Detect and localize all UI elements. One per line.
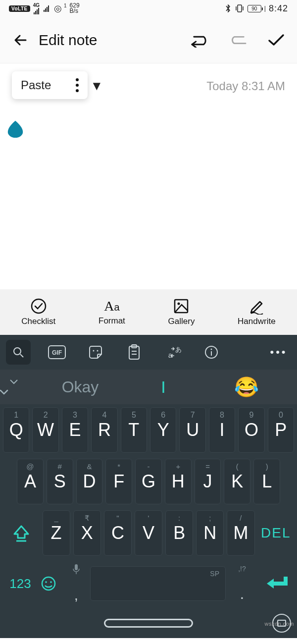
key-k[interactable]: (K bbox=[224, 459, 250, 504]
key-c[interactable]: "C bbox=[104, 510, 132, 556]
app-bar: Edit note bbox=[0, 17, 297, 63]
kbd-more-button[interactable]: ••• bbox=[266, 340, 291, 365]
nav-bar bbox=[0, 608, 297, 638]
key-row-1: 1Q2W3E4R5T6Y7U8I9O0P bbox=[0, 404, 297, 456]
back-button[interactable] bbox=[12, 31, 30, 49]
undo-button[interactable] bbox=[190, 31, 208, 49]
delete-key[interactable]: DEL bbox=[257, 510, 294, 556]
mic-icon bbox=[72, 564, 81, 575]
svg-point-23 bbox=[45, 581, 47, 583]
key-g[interactable]: -G bbox=[135, 459, 162, 504]
checklist-button[interactable]: Checklist bbox=[21, 298, 55, 326]
enter-key[interactable] bbox=[258, 575, 294, 592]
suggestion-3[interactable]: 😂 bbox=[205, 376, 288, 399]
suggestion-1[interactable]: Okay bbox=[39, 378, 122, 396]
key-m[interactable]: /M bbox=[227, 510, 254, 556]
keyboard: GIF aあ ••• Okay I 😂 1Q2W3E4R5T6Y7U8I9O0P… bbox=[0, 335, 297, 638]
key-p[interactable]: 0P bbox=[268, 407, 294, 453]
suggestion-close-button[interactable] bbox=[9, 377, 19, 397]
status-bar: VoLTE 4G ◎ 1 629 B/s 90 | 8:42 bbox=[0, 0, 297, 17]
kbd-clipboard-button[interactable] bbox=[122, 340, 147, 365]
key-f[interactable]: *F bbox=[105, 459, 132, 504]
clock: 8:42 bbox=[269, 3, 288, 14]
suggestion-2[interactable]: I bbox=[122, 377, 205, 397]
dropdown-icon[interactable]: ▼ bbox=[91, 78, 103, 94]
key-a[interactable]: @A bbox=[17, 459, 44, 504]
svg-point-24 bbox=[50, 581, 52, 583]
suggestion-bar: Okay I 😂 bbox=[0, 370, 297, 404]
svg-point-3 bbox=[32, 299, 46, 313]
key-x[interactable]: ₹X bbox=[73, 510, 101, 556]
kbd-info-button[interactable] bbox=[199, 340, 224, 365]
key-h[interactable]: +H bbox=[165, 459, 192, 504]
key-row-3: _Z₹X"C'V:B;N/M DEL bbox=[0, 507, 297, 559]
key-i[interactable]: 8I bbox=[209, 407, 235, 453]
text-cursor-handle[interactable] bbox=[6, 119, 25, 138]
svg-line-7 bbox=[20, 354, 23, 357]
key-z[interactable]: _Z bbox=[43, 510, 70, 556]
network-4g: 4G bbox=[33, 3, 40, 14]
key-n[interactable]: ;N bbox=[196, 510, 224, 556]
battery-icon: 90 bbox=[248, 5, 261, 12]
key-d[interactable]: &D bbox=[76, 459, 103, 504]
key-e[interactable]: 3E bbox=[62, 407, 88, 453]
svg-point-11 bbox=[97, 350, 99, 352]
more-options-button[interactable] bbox=[76, 78, 79, 92]
vibrate-icon bbox=[235, 4, 245, 13]
space-key[interactable]: SP bbox=[90, 566, 226, 601]
gallery-button[interactable]: Gallery bbox=[168, 298, 195, 326]
handwrite-button[interactable]: Handwrite bbox=[238, 298, 276, 326]
context-menu: Paste bbox=[12, 71, 88, 99]
done-button[interactable] bbox=[267, 31, 285, 49]
battery-saver-icon: | bbox=[264, 5, 266, 12]
status-right: 90 | 8:42 bbox=[225, 3, 288, 14]
redo-button[interactable] bbox=[229, 31, 247, 49]
svg-text:あ: あ bbox=[175, 346, 181, 353]
kbd-translate-button[interactable]: aあ bbox=[160, 340, 185, 365]
paste-button[interactable]: Paste bbox=[21, 78, 51, 92]
watermark: wsxdn.com bbox=[264, 621, 294, 627]
key-s[interactable]: #S bbox=[47, 459, 73, 504]
kbd-gif-button[interactable]: GIF bbox=[45, 340, 69, 365]
numeric-key[interactable]: 123 bbox=[3, 576, 38, 591]
emoji-key[interactable] bbox=[41, 576, 62, 591]
svg-point-19 bbox=[211, 349, 212, 350]
key-q[interactable]: 1Q bbox=[3, 407, 29, 453]
home-gesture-pill[interactable] bbox=[104, 619, 193, 628]
note-body[interactable]: No categ ory ▼ Today 8:31 AM Paste bbox=[0, 63, 297, 289]
key-t[interactable]: 5T bbox=[121, 407, 147, 453]
key-b[interactable]: :B bbox=[165, 510, 193, 556]
key-v[interactable]: 'V bbox=[135, 510, 162, 556]
key-o[interactable]: 9O bbox=[238, 407, 264, 453]
status-left: VoLTE 4G ◎ 1 629 B/s bbox=[9, 3, 80, 14]
period-key[interactable]: ,!? . bbox=[229, 559, 255, 608]
shift-key[interactable] bbox=[3, 510, 40, 556]
key-r[interactable]: 4R bbox=[91, 407, 117, 453]
svg-point-6 bbox=[14, 348, 21, 355]
key-row-2: @A#S&D*F-G+H=J(K)L bbox=[0, 456, 297, 507]
timestamp: Today 8:31 AM bbox=[206, 79, 285, 93]
keyboard-toolbar: GIF aあ ••• bbox=[0, 335, 297, 370]
svg-text:GIF: GIF bbox=[52, 349, 62, 356]
mic-comma-key[interactable]: , bbox=[65, 559, 87, 608]
bluetooth-icon bbox=[225, 4, 232, 13]
key-j[interactable]: =J bbox=[195, 459, 221, 504]
svg-rect-25 bbox=[75, 564, 78, 570]
format-button[interactable]: Aa Format bbox=[99, 298, 125, 326]
key-w[interactable]: 2W bbox=[32, 407, 58, 453]
hotspot-icon: ◎ bbox=[54, 3, 62, 14]
key-y[interactable]: 6Y bbox=[150, 407, 176, 453]
svg-rect-0 bbox=[238, 5, 242, 12]
signal-bars-icon bbox=[34, 7, 39, 14]
signal-bars-icon bbox=[44, 5, 49, 12]
kbd-sticker-button[interactable] bbox=[83, 340, 108, 365]
hotspot-count: 1 bbox=[64, 3, 67, 8]
key-row-4: 123 , SP ,!? . bbox=[0, 559, 297, 608]
key-l[interactable]: )L bbox=[253, 459, 280, 504]
page-title: Edit note bbox=[39, 32, 97, 49]
volte-badge: VoLTE bbox=[9, 5, 30, 12]
note-toolbar: Checklist Aa Format Gallery Handwrite bbox=[0, 289, 297, 335]
svg-point-22 bbox=[42, 577, 55, 590]
kbd-search-button[interactable] bbox=[6, 340, 31, 365]
key-u[interactable]: 7U bbox=[179, 407, 205, 453]
